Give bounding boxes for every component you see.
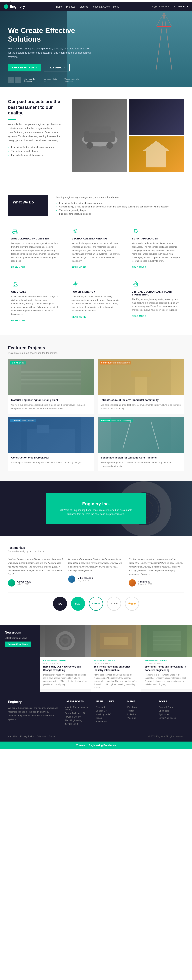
news-date-1: OCT 9 - READ MORE	[94, 662, 138, 664]
footer-sitemap[interactable]: Site Map	[37, 735, 46, 738]
svg-marker-15	[143, 141, 170, 151]
nav-projects[interactable]: Projects	[66, 5, 75, 8]
service-3-readmore[interactable]: READ MORE	[11, 319, 25, 322]
navbar-contact: info@example.com (123) 456 8712	[151, 5, 188, 8]
newsroom-section: Newsroom Latest Company News Browse More…	[0, 625, 192, 692]
what-we-do-intro: Leading engineering, management, procure…	[56, 195, 184, 216]
intro-bullet-1: Car technology is moving faster than it …	[56, 205, 184, 208]
navbar-phone: (123) 456 8712	[172, 5, 188, 8]
explore-button[interactable]: EXPLORE WITH US →	[8, 64, 41, 72]
project-card-2: CONSTRUCTION · MINING Construction of Mi…	[8, 417, 94, 471]
footer-bottom-links: About Us Privacy Policy Site Map Contact	[8, 735, 57, 738]
news-tag-2: ENGINEERING · MINING	[144, 660, 189, 662]
footer-contact[interactable]: Contact	[49, 735, 57, 738]
svg-point-12	[86, 142, 93, 149]
service-4-readmore[interactable]: READ MORE	[71, 316, 86, 318]
author-2-avatar	[129, 579, 136, 587]
service-2-desc: We provide fundamental solutions for sma…	[132, 242, 181, 263]
author-0-date: July 12, 2019	[17, 583, 30, 585]
footer-link-2-0[interactable]: Facebook	[127, 706, 137, 708]
service-0-desc: We support a broad range of agricultural…	[11, 242, 60, 263]
linkedin-icon[interactable]: in	[9, 0, 11, 2]
nav-menu[interactable]: Menu	[113, 5, 119, 8]
newsroom-subtext: Latest Company News	[5, 637, 35, 639]
slider-prev[interactable]: ‹	[8, 77, 14, 83]
twitter-icon[interactable]: t	[6, 0, 7, 2]
intro-bullet-0: Innovations for the automobiles of tomor…	[56, 201, 184, 205]
hero-description: We apply the principles of engineering, …	[8, 47, 92, 59]
svg-point-38	[16, 286, 16, 286]
footer-link-2-1[interactable]: Twitter	[127, 710, 134, 712]
nav-quote[interactable]: Request a Quote	[92, 5, 110, 8]
what-we-do-section: What We Do Leading engineering, manageme…	[0, 185, 192, 335]
service-2-readmore[interactable]: READ MORE	[132, 266, 146, 269]
footer-privacy[interactable]: Privacy Policy	[20, 735, 34, 738]
intro-text: Leading engineering, management, procure…	[56, 195, 184, 199]
footer-link-3-0[interactable]: Power & Energy	[159, 706, 175, 708]
footer-link-1-4[interactable]: Amsterdam	[96, 720, 107, 723]
tower-illustration	[152, 11, 176, 75]
footer-link-0-3[interactable]: Plant Engineering	[65, 719, 82, 722]
footer-link-1-1[interactable]: London UK	[96, 710, 107, 712]
bullet-3: Fuel cells for peaceful propulsion	[8, 153, 64, 157]
svg-rect-50	[21, 379, 81, 380]
featured-projects-header: Featured Projects Projects are our top p…	[8, 345, 184, 355]
service-5-readmore[interactable]: READ MORE	[132, 315, 146, 317]
project-img-dark	[129, 99, 184, 135]
footer-col-1-heading: Useful Links	[96, 700, 121, 703]
footer-link-0-4[interactable]: July 28, 2019	[65, 723, 78, 725]
footer-link-1-0[interactable]: New York	[96, 706, 105, 708]
hero-section: We Create Effective Solutions We apply t…	[0, 11, 192, 87]
footer-col-1-links: New York London UK Washington DC Texas A…	[96, 705, 121, 723]
footer-col-0-links: Material Engineering for Penang Design B…	[65, 705, 90, 726]
news-img-0	[40, 625, 90, 657]
footer-brand: Enginery We apply the principles of engi…	[8, 700, 59, 726]
project-img-steel: ENGINEERING	[8, 359, 94, 395]
svg-rect-71	[104, 637, 128, 645]
project-card-2-content: Construction of Mill Creek Hall As a maj…	[8, 453, 94, 468]
service-0-readmore[interactable]: READ MORE	[11, 266, 25, 269]
services-grid: AGRICULTURAL PROCESSING We support a bro…	[8, 224, 184, 325]
nav-features[interactable]: Features	[78, 5, 88, 8]
footer-link-2-2[interactable]: LinkedIn	[127, 713, 136, 716]
testimonial-1-quote: No matter where you go, Enginery is the …	[68, 557, 124, 572]
footer-link-2-3[interactable]: YouTube	[127, 717, 136, 719]
nav-home[interactable]: Home	[56, 5, 63, 8]
author-0-name: Oliver Houk	[17, 580, 30, 583]
facebook-icon[interactable]: f	[4, 0, 5, 2]
footer-link-3-2[interactable]: Agriculture	[159, 713, 169, 716]
slider-next[interactable]: ›	[15, 77, 21, 83]
featured-projects-section: Featured Projects Projects are our top p…	[0, 335, 192, 481]
slide-2-label[interactable]: All about what we do	[44, 78, 60, 82]
footer-link-0-1[interactable]: Design Building Lt 10	[65, 712, 86, 714]
footer-about[interactable]: About Us	[8, 735, 17, 738]
news-img-1	[90, 625, 141, 657]
testimonial-0: "Without Enginery, we would have gone ou…	[8, 557, 63, 586]
logo-icon	[4, 5, 8, 9]
footer-link-0-0[interactable]: Material Engineering for Penang	[65, 706, 88, 711]
footer-link-3-3[interactable]: Smart Appliances	[159, 717, 176, 719]
intro-bullet-2: The path of green hydrogen	[56, 208, 184, 212]
footer-col-3-heading: Tools	[159, 700, 184, 703]
footer-link-1-3[interactable]: Texas	[96, 717, 102, 719]
site-logo[interactable]: Enginery	[4, 5, 25, 9]
hero-content: We Create Effective Solutions We apply t…	[0, 18, 100, 80]
footer-link-3-1[interactable]: Chemicals	[159, 710, 169, 712]
footer-link-1-2[interactable]: Washington DC	[96, 713, 111, 716]
slide-3-label[interactable]: Unique projects for your needs	[64, 78, 80, 82]
newsroom-sidebar: Newsroom Latest Company News Browse More…	[0, 625, 40, 692]
demo-button[interactable]: TEXT DEMO →	[44, 64, 70, 72]
footer-col-2-heading: Media	[127, 700, 153, 703]
author-2-name: Anna Post	[138, 580, 152, 583]
slide-1-label[interactable]: Start from the beginning	[24, 78, 40, 82]
footer-link-0-2[interactable]: Power & Energy	[65, 716, 80, 718]
navbar-email: info@example.com	[151, 5, 169, 8]
testimonial-0-author: Oliver Houk July 12, 2019	[8, 579, 63, 587]
what-we-do-title-box: What We Do	[8, 195, 48, 216]
service-1-readmore[interactable]: READ MORE	[71, 266, 86, 269]
news-tag-0: ENGINEERING · MINING	[43, 660, 87, 662]
news-tag-1: ENGINEERING · MINING	[94, 660, 138, 662]
footer-brand-desc: We apply the principles of engineering, …	[8, 706, 59, 721]
browse-more-button[interactable]: Browse More News	[5, 641, 30, 647]
news-title-2: Emerging Trends and Innovations in Concr…	[144, 665, 189, 672]
